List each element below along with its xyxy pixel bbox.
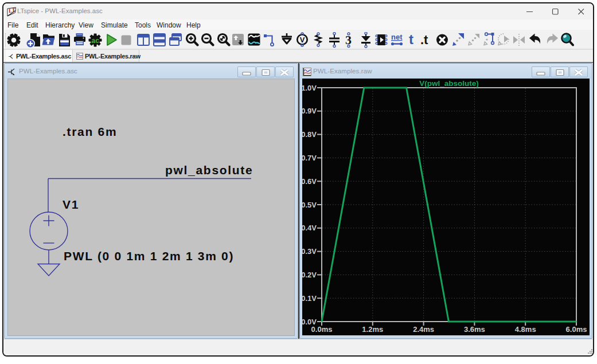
svg-text:0.7V: 0.7V [302, 154, 317, 162]
svg-text:6.0ms: 6.0ms [566, 325, 587, 334]
svg-text:1.2ms: 1.2ms [362, 325, 383, 334]
svg-text:0.6V: 0.6V [302, 177, 317, 186]
svg-text:0.8V: 0.8V [302, 130, 317, 139]
svg-text:V: V [300, 36, 305, 44]
svg-text:4.8ms: 4.8ms [515, 325, 536, 334]
svg-text:V1: V1 [63, 198, 79, 211]
svg-text:0.3V: 0.3V [302, 247, 317, 256]
svg-text:net: net [391, 33, 403, 41]
svg-text:2.4ms: 2.4ms [413, 325, 434, 334]
svg-text:V(pwl_absolute): V(pwl_absolute) [419, 79, 479, 88]
svg-text:1.0V: 1.0V [302, 84, 317, 92]
svg-text:pwl_absolute: pwl_absolute [165, 163, 253, 177]
svg-text:0.4V: 0.4V [302, 224, 317, 232]
svg-text:.tran 6m: .tran 6m [63, 125, 117, 138]
svg-text:.t: .t [420, 33, 428, 47]
svg-text:.ac: .ac [89, 37, 99, 45]
svg-text:0.1V: 0.1V [302, 294, 317, 303]
svg-text:0.9V: 0.9V [302, 107, 317, 115]
svg-text:0.0ms: 0.0ms [311, 325, 333, 334]
svg-text:3.6ms: 3.6ms [464, 325, 485, 334]
svg-text:PWL (0 0 1m 1 2m 1 3m 0): PWL (0 0 1m 1 2m 1 3m 0) [64, 249, 234, 263]
svg-text:t: t [409, 32, 413, 47]
svg-text:0.5V: 0.5V [302, 201, 317, 209]
svg-text:0.2V: 0.2V [302, 271, 317, 279]
